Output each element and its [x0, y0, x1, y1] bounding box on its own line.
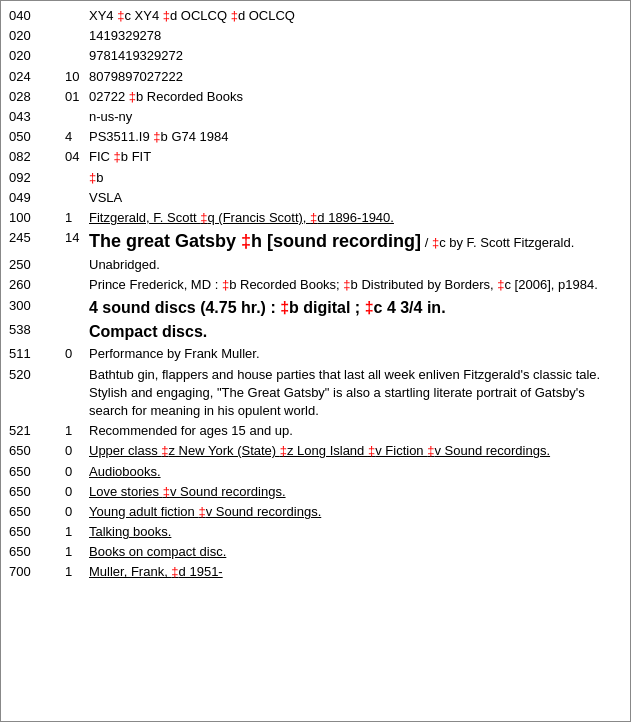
marc-indicator: 01: [65, 88, 89, 106]
marc-record-container: 040XY4 ‡c XY4 ‡d OCLCQ ‡d OCLCQ020141932…: [0, 0, 631, 722]
record-row: 6501Talking books.: [9, 523, 622, 541]
marc-data: 02722 ‡b Recorded Books: [89, 88, 622, 106]
record-row: 049VSLA: [9, 189, 622, 207]
record-row: 3004 sound discs (4.75 hr.) : ‡b digital…: [9, 297, 622, 319]
marc-data: Young adult fiction ‡v Sound recordings.: [89, 503, 622, 521]
marc-indicator: [65, 366, 89, 421]
record-row: 024108079897027222: [9, 68, 622, 86]
marc-data: The great Gatsby ‡h [sound recording] / …: [89, 229, 622, 254]
marc-data: Unabridged.: [89, 256, 622, 274]
marc-data: n-us-ny: [89, 108, 622, 126]
record-row: 0201419329278: [9, 27, 622, 45]
marc-tag: 049: [9, 189, 65, 207]
record-row: 040XY4 ‡c XY4 ‡d OCLCQ ‡d OCLCQ: [9, 7, 622, 25]
marc-data: Muller, Frank, ‡d 1951-: [89, 563, 622, 581]
marc-indicator: 14: [65, 229, 89, 254]
marc-data: Bathtub gin, flappers and house parties …: [89, 366, 622, 421]
marc-data: PS3511.I9 ‡b G74 1984: [89, 128, 622, 146]
marc-indicator: 1: [65, 523, 89, 541]
marc-tag: 050: [9, 128, 65, 146]
record-row: 6501Books on compact disc.: [9, 543, 622, 561]
marc-indicator: [65, 7, 89, 25]
marc-tag: 245: [9, 229, 65, 254]
record-row: 6500Love stories ‡v Sound recordings.: [9, 483, 622, 501]
marc-indicator: 1: [65, 543, 89, 561]
marc-indicator: 0: [65, 463, 89, 481]
record-row: 250Unabridged.: [9, 256, 622, 274]
marc-data: Talking books.: [89, 523, 622, 541]
record-row: 043n-us-ny: [9, 108, 622, 126]
marc-indicator: [65, 108, 89, 126]
record-row: 260Prince Frederick, MD : ‡b Recorded Bo…: [9, 276, 622, 294]
marc-tag: 300: [9, 297, 65, 319]
marc-data: Upper class ‡z New York (State) ‡z Long …: [89, 442, 622, 460]
marc-tag: 538: [9, 321, 65, 343]
record-row: 6500Young adult fiction ‡v Sound recordi…: [9, 503, 622, 521]
marc-tag: 082: [9, 148, 65, 166]
marc-indicator: 0: [65, 503, 89, 521]
marc-data-large: The great Gatsby ‡h [sound recording]: [89, 231, 421, 251]
marc-indicator: 0: [65, 483, 89, 501]
marc-data: Prince Frederick, MD : ‡b Recorded Books…: [89, 276, 622, 294]
marc-tag: 092: [9, 169, 65, 187]
marc-data: Recommended for ages 15 and up.: [89, 422, 622, 440]
marc-data: FIC ‡b FIT: [89, 148, 622, 166]
marc-data: 8079897027222: [89, 68, 622, 86]
marc-tag: 650: [9, 523, 65, 541]
record-row: 0280102722 ‡b Recorded Books: [9, 88, 622, 106]
marc-indicator: 4: [65, 128, 89, 146]
marc-indicator: 0: [65, 442, 89, 460]
record-row: 5211Recommended for ages 15 and up.: [9, 422, 622, 440]
record-row: 5110Performance by Frank Muller.: [9, 345, 622, 363]
record-row: 6500Audiobooks.: [9, 463, 622, 481]
marc-data: 1419329278: [89, 27, 622, 45]
marc-indicator: 10: [65, 68, 89, 86]
marc-data-normal: / ‡c by F. Scott Fitzgerald.: [421, 235, 574, 250]
record-row: 520Bathtub gin, flappers and house parti…: [9, 366, 622, 421]
marc-tag: 650: [9, 503, 65, 521]
marc-indicator: [65, 321, 89, 343]
marc-data: Performance by Frank Muller.: [89, 345, 622, 363]
marc-data: Audiobooks.: [89, 463, 622, 481]
marc-indicator: [65, 27, 89, 45]
marc-data: 9781419329272: [89, 47, 622, 65]
marc-tag: 260: [9, 276, 65, 294]
marc-indicator: 1: [65, 422, 89, 440]
marc-indicator: [65, 256, 89, 274]
marc-indicator: 1: [65, 563, 89, 581]
marc-indicator: 0: [65, 345, 89, 363]
marc-tag: 521: [9, 422, 65, 440]
marc-data: Love stories ‡v Sound recordings.: [89, 483, 622, 501]
marc-tag: 040: [9, 7, 65, 25]
marc-tag: 650: [9, 543, 65, 561]
marc-data: Fitzgerald, F. Scott ‡q (Francis Scott),…: [89, 209, 622, 227]
marc-indicator: 1: [65, 209, 89, 227]
marc-tag: 700: [9, 563, 65, 581]
marc-data: ‡b: [89, 169, 622, 187]
record-row: 0504PS3511.I9 ‡b G74 1984: [9, 128, 622, 146]
marc-indicator: [65, 47, 89, 65]
record-row: 0209781419329272: [9, 47, 622, 65]
marc-data: VSLA: [89, 189, 622, 207]
marc-indicator: [65, 169, 89, 187]
marc-indicator: 04: [65, 148, 89, 166]
marc-tag: 650: [9, 463, 65, 481]
marc-tag: 650: [9, 483, 65, 501]
marc-indicator: [65, 189, 89, 207]
marc-tag: 024: [9, 68, 65, 86]
marc-tag: 650: [9, 442, 65, 460]
marc-tag: 100: [9, 209, 65, 227]
marc-tag: 020: [9, 47, 65, 65]
record-row: 538Compact discs.: [9, 321, 622, 343]
record-row: 092‡b: [9, 169, 622, 187]
marc-indicator: [65, 297, 89, 319]
marc-tag: 511: [9, 345, 65, 363]
record-row: 24514The great Gatsby ‡h [sound recordin…: [9, 229, 622, 254]
marc-tag: 043: [9, 108, 65, 126]
marc-data: XY4 ‡c XY4 ‡d OCLCQ ‡d OCLCQ: [89, 7, 622, 25]
record-row: 6500Upper class ‡z New York (State) ‡z L…: [9, 442, 622, 460]
marc-data: Compact discs.: [89, 321, 622, 343]
marc-data: 4 sound discs (4.75 hr.) : ‡b digital ; …: [89, 297, 622, 319]
record-row: 08204FIC ‡b FIT: [9, 148, 622, 166]
marc-tag: 250: [9, 256, 65, 274]
